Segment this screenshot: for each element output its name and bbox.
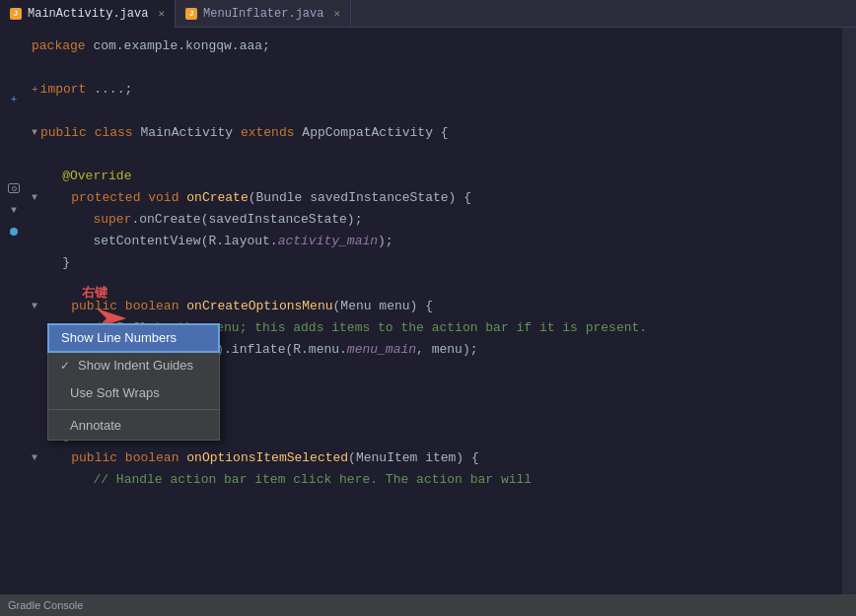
bottom-bar: Gradle Console <box>0 594 856 616</box>
scrollbar[interactable] <box>842 28 856 616</box>
java-icon-2: J <box>185 8 197 20</box>
camera-icon <box>8 183 20 193</box>
oncreate-fold[interactable]: ▼ <box>32 187 37 209</box>
import-collapse[interactable]: + <box>32 79 38 101</box>
menu-item-use-soft-wraps[interactable]: Use Soft Wraps <box>48 379 219 407</box>
code-line-11: } <box>32 252 842 274</box>
menu-use-soft-wraps-label: Use Soft Wraps <box>70 382 160 404</box>
tab-menu-inflater[interactable]: J MenuInflater.java ✕ <box>176 0 351 28</box>
right-click-label: 右键 <box>82 282 107 304</box>
code-area[interactable]: package com.example.kongqw.aaa; +import … <box>28 28 842 616</box>
fold-arrow-override[interactable]: ▼ <box>11 199 17 221</box>
oncreatemenu-fold[interactable]: ▼ <box>32 296 37 317</box>
code-line-8: ▼ protected void onCreate(Bundle savedIn… <box>32 187 842 209</box>
tab-bar: J MainActivity.java ✕ J MenuInflater.jav… <box>0 0 856 28</box>
menu-separator <box>48 409 219 410</box>
code-line-6 <box>32 144 842 166</box>
menu-item-show-indent-guides[interactable]: Show Indent Guides <box>48 352 219 379</box>
code-line-13: ▼ public boolean onCreateOptionsMenu(Men… <box>32 296 842 317</box>
code-line-10: setContentView(R.layout.activity_main); <box>32 231 842 252</box>
code-line-20: ▼ public boolean onOptionsItemSelected(M… <box>32 447 842 469</box>
code-line-1: package com.example.kongqw.aaa; <box>32 35 842 57</box>
code-line-12 <box>32 274 842 296</box>
gutter: + ▼ <box>0 28 28 616</box>
tab-main-activity-label: MainActivity.java <box>28 7 148 21</box>
import-fold-icon[interactable]: + <box>7 89 21 110</box>
menu-item-show-line-numbers[interactable]: Show Line Numbers <box>48 324 219 352</box>
code-line-2 <box>32 57 842 79</box>
menu-item-annotate[interactable]: Annotate <box>48 412 219 440</box>
onoptionsitem-fold: ▼ <box>32 447 37 469</box>
class-fold[interactable]: ▼ <box>32 122 37 144</box>
tab-menu-inflater-close[interactable]: ✕ <box>333 7 340 20</box>
code-line-3: +import ....; <box>32 79 842 101</box>
context-menu: Show Line Numbers Show Indent Guides Use… <box>47 323 220 441</box>
tab-main-activity[interactable]: J MainActivity.java ✕ <box>0 0 176 28</box>
code-line-21: // Handle action bar item click here. Th… <box>32 469 842 491</box>
tab-main-activity-close[interactable]: ✕ <box>158 7 165 20</box>
code-line-7: @Override <box>32 166 842 187</box>
code-line-5: ▼ public class MainActivity extends AppC… <box>32 122 842 144</box>
code-line-9: super.onCreate(savedInstanceState); <box>32 209 842 231</box>
code-line-4 <box>32 101 842 122</box>
menu-show-line-numbers-label: Show Line Numbers <box>61 327 177 349</box>
breakpoint-dot[interactable] <box>10 221 18 242</box>
menu-annotate-label: Annotate <box>70 415 121 437</box>
bottom-gradle-console[interactable]: Gradle Console <box>8 599 83 611</box>
tab-menu-inflater-label: MenuInflater.java <box>203 7 323 21</box>
menu-show-indent-guides-label: Show Indent Guides <box>78 355 193 376</box>
editor-area: + ▼ package com.example.kongqw.aaa; +imp… <box>0 28 856 616</box>
java-icon: J <box>10 8 22 20</box>
